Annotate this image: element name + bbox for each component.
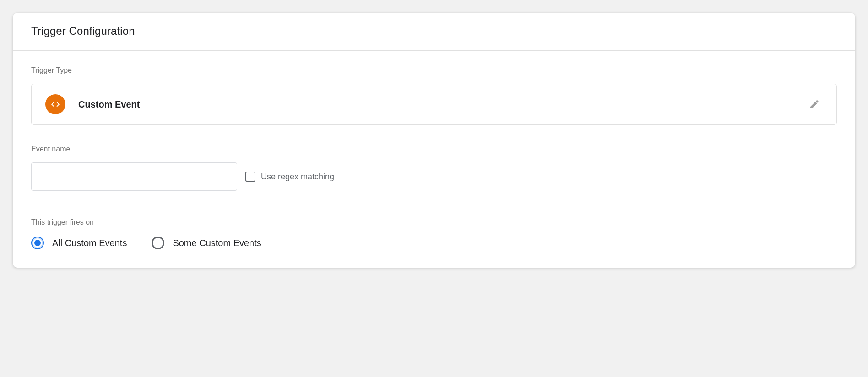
event-name-label: Event name <box>31 145 837 153</box>
event-name-row: Use regex matching <box>31 162 837 191</box>
radio-all-custom-events[interactable]: All Custom Events <box>31 237 127 249</box>
radio-button-selected[interactable] <box>31 237 44 249</box>
radio-some-custom-events[interactable]: Some Custom Events <box>152 237 261 249</box>
trigger-type-name: Custom Event <box>78 99 806 110</box>
regex-checkbox-label: Use regex matching <box>261 172 334 182</box>
radio-button-unselected[interactable] <box>152 237 164 249</box>
fires-on-radio-row: All Custom Events Some Custom Events <box>31 237 837 249</box>
fires-on-section: This trigger fires on All Custom Events … <box>31 218 837 249</box>
radio-inner-dot <box>34 240 41 246</box>
trigger-type-selector[interactable]: Custom Event <box>31 84 837 125</box>
pencil-icon <box>809 99 820 110</box>
edit-trigger-type-button[interactable] <box>806 96 823 113</box>
fires-on-label: This trigger fires on <box>31 218 837 226</box>
code-icon <box>45 94 65 114</box>
trigger-configuration-card: Trigger Configuration Trigger Type Custo… <box>13 13 855 268</box>
radio-label-all: All Custom Events <box>52 238 127 248</box>
radio-label-some: Some Custom Events <box>173 238 261 248</box>
event-name-input[interactable] <box>31 162 237 191</box>
trigger-type-label: Trigger Type <box>31 66 837 75</box>
card-header: Trigger Configuration <box>13 13 855 51</box>
regex-checkbox-group[interactable]: Use regex matching <box>245 172 334 182</box>
regex-checkbox[interactable] <box>245 172 255 182</box>
event-name-section: Event name Use regex matching <box>31 145 837 191</box>
card-title: Trigger Configuration <box>31 25 837 38</box>
card-body: Trigger Type Custom Event Event name Use… <box>13 51 855 268</box>
